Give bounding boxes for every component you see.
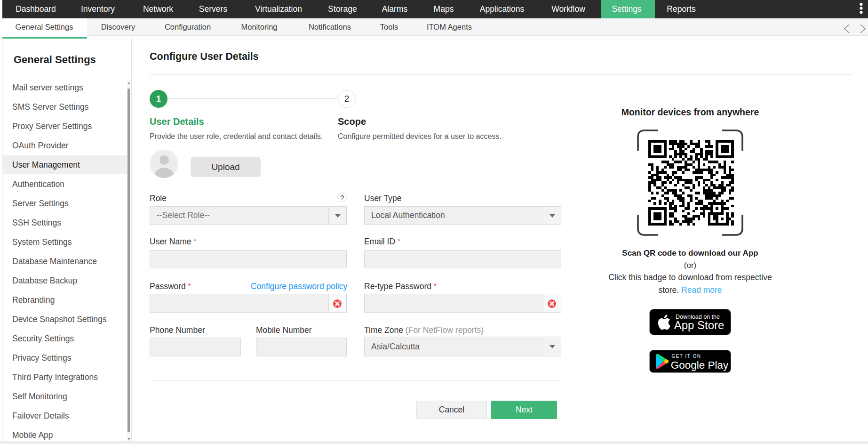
svg-text:Google Play: Google Play xyxy=(671,359,729,371)
svg-text:GET IT ON: GET IT ON xyxy=(671,354,701,359)
svg-text:App Store: App Store xyxy=(674,319,725,331)
